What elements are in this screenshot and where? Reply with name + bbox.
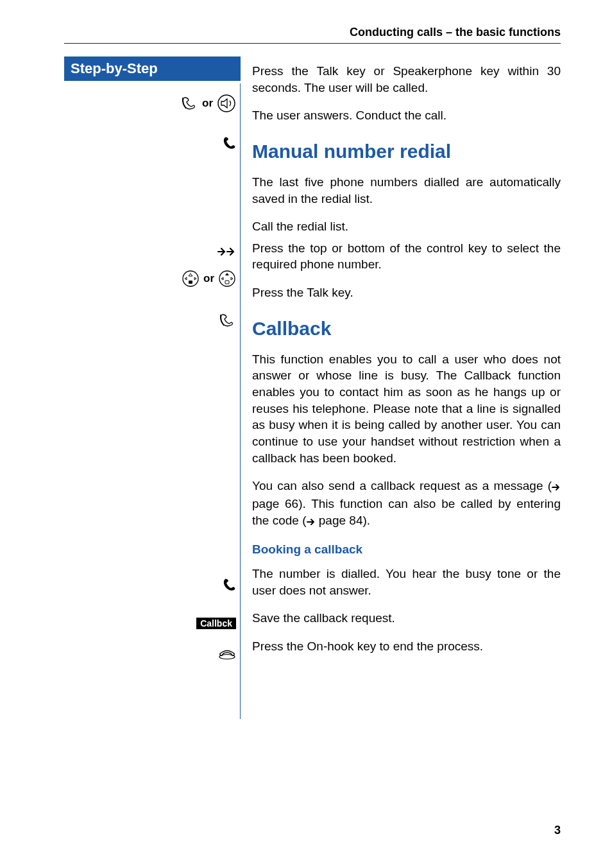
step-text: The number is dialled. You hear the busy… (252, 566, 561, 598)
text-fragment: ). This function can also be called by e… (252, 497, 561, 527)
body-paragraph: This function enables you to call a user… (252, 351, 561, 466)
svg-rect-2 (189, 281, 192, 284)
talk-key-icon (219, 313, 236, 327)
handset-lifted-icon (222, 136, 236, 150)
sidebar-title: Step-by-Step (64, 56, 241, 81)
section-heading-callback: Callback (252, 318, 561, 340)
control-key-up-icon (218, 270, 236, 288)
redial-arrows-icon (217, 247, 236, 257)
step-text: The user answers. Conduct the call. (252, 107, 561, 124)
arrow-right-icon (552, 479, 561, 496)
page-ref: page 84 (319, 514, 363, 527)
svg-point-0 (218, 95, 235, 112)
svg-rect-4 (225, 281, 229, 284)
step-text: Press the On-hook key to end the process… (252, 638, 561, 655)
arrow-right-icon (307, 514, 316, 530)
text-fragment: You can also send a callback request as … (252, 479, 552, 492)
step-text: Press the top or bottom of the control k… (252, 240, 561, 273)
talk-key-icon (182, 96, 198, 110)
body-paragraph: You can also send a callback request as … (252, 478, 561, 530)
control-key-down-icon (182, 270, 200, 288)
subsection-heading-booking: Booking a callback (252, 542, 561, 557)
step-text: Press the Talk key or Speakerphone key w… (252, 63, 561, 96)
body-paragraph: The last five phone numbers dialled are … (252, 174, 561, 207)
step-text: Call the redial list. (252, 218, 561, 235)
or-label: or (203, 272, 214, 285)
page-number: 3 (554, 824, 561, 837)
page-header: Conducting calls – the basic functions (64, 26, 561, 44)
page-ref: page 66 (252, 497, 298, 510)
text-fragment: ). (362, 514, 370, 527)
on-hook-key-icon (218, 646, 236, 660)
or-label: or (202, 97, 213, 110)
step-text: Press the Talk key. (252, 284, 561, 301)
svg-point-5 (219, 655, 235, 659)
section-heading-manual-redial: Manual number redial (252, 141, 561, 162)
step-text: Save the callback request. (252, 610, 561, 627)
speakerphone-key-icon (217, 94, 236, 113)
handset-lifted-icon (222, 578, 236, 592)
callback-softkey-badge: Callbck (196, 618, 236, 629)
